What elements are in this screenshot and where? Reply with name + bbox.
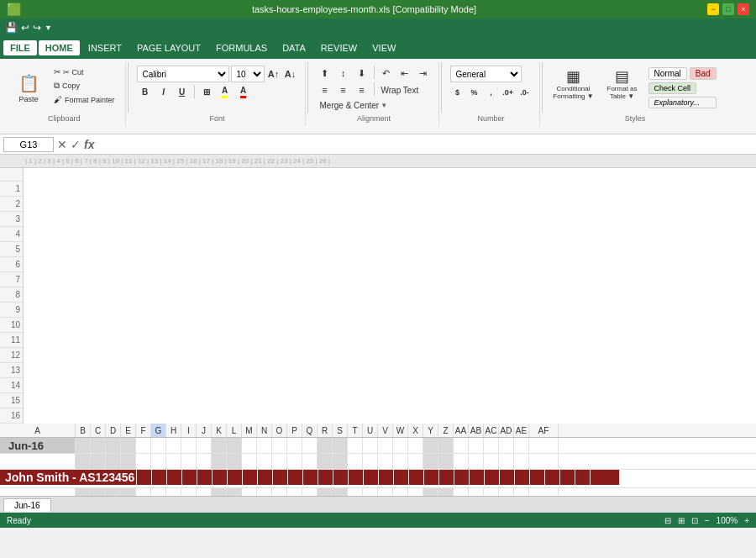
col-m[interactable]: M (242, 424, 257, 437)
indent-increase-button[interactable]: ⇥ (415, 66, 432, 81)
percent-button[interactable]: % (467, 85, 482, 100)
col-q[interactable]: Q (302, 424, 318, 437)
employee-title-cell[interactable]: John Smith - AS123456 (0, 470, 137, 485)
col-f[interactable]: F (136, 424, 151, 437)
col-n[interactable]: N (257, 424, 272, 437)
cell-reference-input[interactable] (3, 137, 54, 152)
formula-cancel-icon[interactable]: ✕ (57, 138, 67, 151)
check-cell-button[interactable]: Check Cell (648, 82, 697, 94)
text-direction-button[interactable]: ↶ (378, 66, 395, 81)
col-e[interactable]: E (121, 424, 136, 437)
menu-review[interactable]: REVIEW (314, 40, 364, 55)
col-ab[interactable]: AB (469, 424, 484, 437)
merge-center-button[interactable]: Merge & Center ▼ (317, 99, 391, 112)
fill-color-button[interactable]: A (217, 84, 234, 99)
cell-ad1[interactable] (499, 438, 514, 453)
col-v[interactable]: V (378, 424, 393, 437)
col-ac[interactable]: AC (484, 424, 499, 437)
cell-k1[interactable] (212, 438, 227, 453)
col-t[interactable]: T (348, 424, 363, 437)
increase-font-button[interactable]: A↑ (266, 66, 281, 82)
menu-formulas[interactable]: FORMULAS (209, 40, 274, 55)
decrease-font-button[interactable]: A↓ (283, 66, 298, 82)
save-icon[interactable]: 💾 (5, 22, 18, 34)
status-layout-preview[interactable]: ⊡ (691, 516, 698, 525)
col-k[interactable]: K (212, 424, 227, 437)
col-y[interactable]: Y (423, 424, 438, 437)
cell-b1[interactable] (76, 438, 91, 453)
cell-s1[interactable] (333, 438, 348, 453)
cell-u1[interactable] (363, 438, 378, 453)
indent-decrease-button[interactable]: ⇤ (396, 66, 413, 81)
cut-button[interactable]: ✂ ✂ Cut (50, 66, 118, 78)
undo-icon[interactable]: ↩ (21, 22, 29, 34)
col-aa[interactable]: AA (454, 424, 469, 437)
col-c[interactable]: C (91, 424, 106, 437)
cell-ab1[interactable] (469, 438, 484, 453)
col-j[interactable]: J (197, 424, 212, 437)
format-as-table-button[interactable]: ▤ Format as Table ▼ (600, 66, 645, 111)
align-left-button[interactable]: ≡ (317, 82, 333, 97)
decrease-decimal-button[interactable]: .0- (517, 85, 533, 100)
formula-fx-icon[interactable]: fx (84, 138, 94, 151)
underline-button[interactable]: U (174, 84, 191, 99)
col-u[interactable]: U (363, 424, 378, 437)
col-x[interactable]: X (408, 424, 423, 437)
cell-w1[interactable] (393, 438, 408, 453)
cell-l1[interactable] (227, 438, 242, 453)
cell-c1[interactable] (91, 438, 106, 453)
col-r[interactable]: R (318, 424, 333, 437)
minimize-button[interactable]: − (707, 3, 719, 15)
normal-style-button[interactable]: Normal (648, 67, 687, 80)
menu-home[interactable]: HOME (39, 40, 80, 55)
increase-decimal-button[interactable]: .0+ (501, 85, 516, 100)
align-middle-button[interactable]: ↕ (335, 66, 352, 81)
formula-input[interactable] (97, 137, 753, 152)
cell-p1[interactable] (287, 438, 302, 453)
col-l[interactable]: L (227, 424, 242, 437)
cell-t1[interactable] (348, 438, 363, 453)
col-z[interactable]: Z (438, 424, 454, 437)
menu-insert[interactable]: INSERT (81, 40, 129, 55)
cell-y1[interactable] (423, 438, 438, 453)
zoom-in-icon[interactable]: + (744, 516, 749, 525)
align-center-button[interactable]: ≡ (335, 82, 352, 97)
wrap-text-button[interactable]: Wrap Text (378, 82, 423, 97)
zoom-out-icon[interactable]: − (705, 516, 710, 525)
maximize-button[interactable]: □ (722, 3, 734, 15)
cell-m1[interactable] (242, 438, 257, 453)
cell-ac1[interactable] (484, 438, 499, 453)
font-color-button[interactable]: A (235, 84, 252, 99)
close-button[interactable]: × (738, 3, 749, 15)
col-a[interactable]: A (0, 424, 76, 437)
format-painter-button[interactable]: 🖌 Format Painter (50, 93, 118, 106)
col-ae[interactable]: AE (514, 424, 529, 437)
border-button[interactable]: ⊞ (198, 84, 215, 99)
align-bottom-button[interactable]: ⬇ (354, 66, 370, 81)
menu-page-layout[interactable]: PAGE LAYOUT (130, 40, 207, 55)
redo-icon[interactable]: ↪ (33, 22, 41, 34)
italic-button[interactable]: I (155, 84, 172, 99)
status-layout-page[interactable]: ⊞ (678, 516, 685, 525)
formula-confirm-icon[interactable]: ✓ (71, 138, 81, 151)
font-size-select[interactable]: 10 (231, 66, 265, 82)
cell-f1[interactable] (136, 438, 151, 453)
col-ad[interactable]: AD (499, 424, 514, 437)
copy-button[interactable]: ⧉ Copy (50, 79, 118, 92)
sheet-tab-jun16[interactable]: Jun-16 (3, 498, 51, 512)
cell-d1[interactable] (106, 438, 121, 453)
col-g[interactable]: G (151, 424, 166, 437)
col-h[interactable]: H (166, 424, 181, 437)
paste-button[interactable]: 📋 Paste (10, 66, 47, 111)
menu-view[interactable]: VIEW (365, 40, 402, 55)
cell-z1[interactable] (438, 438, 454, 453)
align-top-button[interactable]: ⬆ (317, 66, 333, 81)
col-w[interactable]: W (393, 424, 408, 437)
col-i[interactable]: I (181, 424, 197, 437)
bold-button[interactable]: B (137, 84, 154, 99)
font-name-select[interactable]: Calibri (137, 66, 229, 82)
cell-r1[interactable] (318, 438, 333, 453)
accounting-format-button[interactable]: $ (450, 85, 465, 100)
cell-j1[interactable] (197, 438, 212, 453)
cell-af1[interactable] (529, 438, 559, 453)
